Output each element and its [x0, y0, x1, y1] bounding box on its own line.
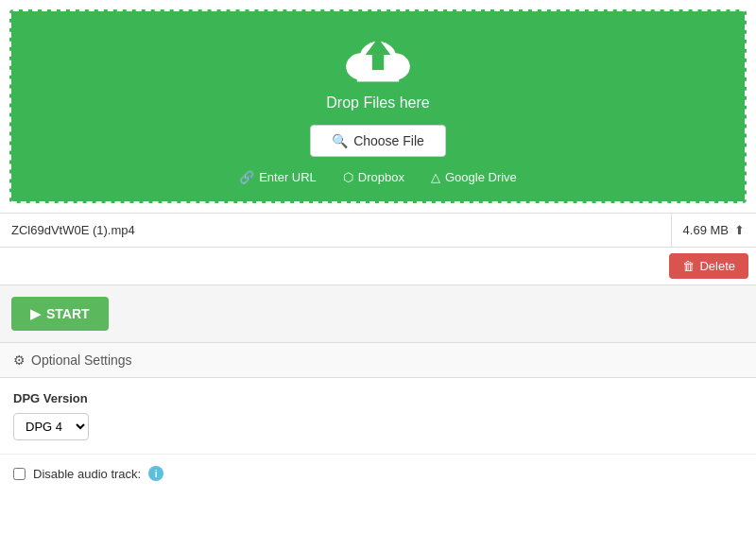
settings-body: DPG Version DPG 4 DPG 3 DPG 2 DPG 1 [0, 378, 756, 454]
dpg-version-select[interactable]: DPG 4 DPG 3 DPG 2 DPG 1 [13, 413, 89, 440]
enter-url-label: Enter URL [259, 170, 317, 184]
optional-settings-header: ⚙ Optional Settings [0, 343, 756, 378]
delete-row: 🗑 Delete [0, 248, 756, 285]
gdrive-icon: △ [431, 170, 440, 184]
start-label: START [46, 306, 90, 321]
enter-url-link[interactable]: 🔗 Enter URL [239, 170, 317, 184]
upload-links: 🔗 Enter URL ⬡ Dropbox △ Google Drive [239, 170, 517, 184]
delete-button[interactable]: 🗑 Delete [669, 253, 748, 279]
delete-label: Delete [699, 259, 735, 273]
link-icon: 🔗 [239, 170, 254, 184]
play-icon: ▶ [30, 306, 41, 321]
upload-small-icon: ⬆ [734, 223, 745, 237]
file-name: ZCl69dVtW0E (1).mp4 [0, 214, 672, 247]
audio-row: Disable audio track: i [0, 454, 756, 492]
search-icon: 🔍 [332, 133, 348, 148]
choose-file-button[interactable]: 🔍 Choose File [310, 125, 446, 157]
info-icon[interactable]: i [148, 466, 163, 481]
start-row: ▶ START [0, 285, 756, 343]
disable-audio-checkbox[interactable] [13, 468, 26, 480]
dropbox-icon: ⬡ [343, 170, 353, 184]
file-size-value: 4.69 MB [683, 223, 729, 237]
cloud-upload-icon [340, 30, 416, 87]
drop-text: Drop Files here [326, 95, 429, 112]
dropbox-label: Dropbox [358, 170, 404, 184]
start-button[interactable]: ▶ START [11, 297, 109, 331]
google-drive-link[interactable]: △ Google Drive [431, 170, 517, 184]
file-row: ZCl69dVtW0E (1).mp4 4.69 MB ⬆ [0, 213, 756, 248]
trash-icon: 🗑 [682, 259, 695, 273]
optional-settings-label: Optional Settings [31, 352, 132, 368]
dpg-version-label: DPG Version [13, 391, 743, 405]
gdrive-label: Google Drive [445, 170, 517, 184]
file-size: 4.69 MB ⬆ [672, 214, 756, 247]
gear-icon: ⚙ [13, 352, 26, 368]
choose-file-label: Choose File [353, 133, 424, 148]
upload-zone: Drop Files here 🔍 Choose File 🔗 Enter UR… [9, 9, 747, 203]
disable-audio-label[interactable]: Disable audio track: [33, 467, 141, 481]
dropbox-link[interactable]: ⬡ Dropbox [343, 170, 404, 184]
